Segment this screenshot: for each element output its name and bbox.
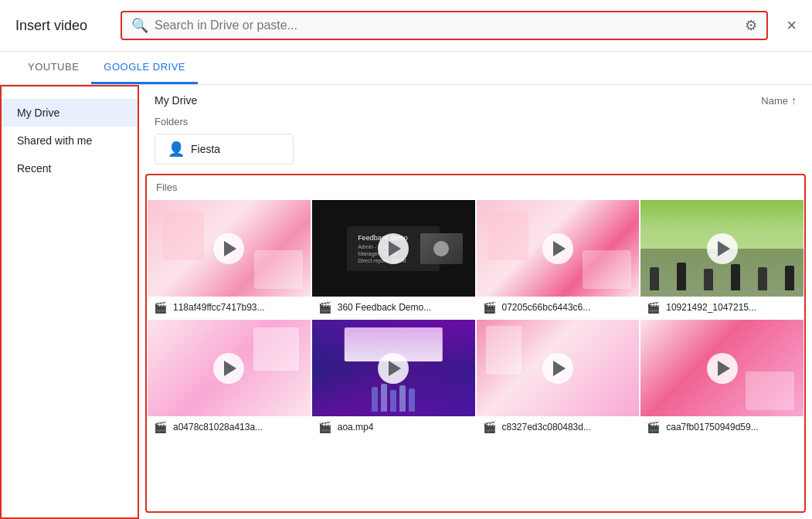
- play-arrow-icon: [224, 361, 236, 376]
- play-arrow-icon: [718, 241, 730, 256]
- file-card[interactable]: 🎬 caa7fb01750949d59...: [640, 319, 804, 439]
- tab-bar: YOUTUBE GOOGLE DRIVE: [0, 52, 812, 85]
- folder-icon: 👤: [168, 141, 185, 158]
- video-file-icon: 🎬: [647, 421, 660, 433]
- insert-video-dialog: Insert video 🔍 ⚙ × YOUTUBE GOOGLE DRIVE …: [0, 0, 812, 519]
- file-info: 🎬 caa7fb01750949d59...: [640, 416, 804, 438]
- file-name: caa7fb01750949d59...: [666, 422, 797, 432]
- sort-arrow-icon: ↑: [791, 94, 797, 107]
- breadcrumb: My Drive: [155, 94, 197, 107]
- dialog-body: My Drive Shared with me Recent My Drive …: [0, 85, 812, 519]
- play-button[interactable]: [542, 353, 573, 384]
- video-file-icon: 🎬: [647, 301, 660, 314]
- thumbnail: [148, 200, 311, 297]
- video-file-icon: 🎬: [483, 301, 496, 314]
- file-info: 🎬 c8327ed3c080483d...: [477, 416, 640, 438]
- file-info: 🎬 10921492_1047215...: [640, 297, 804, 318]
- search-icon: 🔍: [131, 17, 148, 34]
- file-name: 118af49ffcc7417b93...: [173, 302, 304, 313]
- sidebar-item-recent[interactable]: Recent: [2, 154, 138, 182]
- file-card[interactable]: 🎬 118af49ffcc7417b93...: [147, 199, 311, 319]
- play-button[interactable]: [707, 233, 738, 264]
- files-section: Files: [145, 174, 806, 513]
- file-name: 360 Feedback Demo...: [338, 302, 469, 313]
- play-button[interactable]: [378, 233, 409, 264]
- play-button[interactable]: [542, 233, 573, 264]
- play-button[interactable]: [213, 233, 244, 264]
- play-arrow-icon: [553, 241, 566, 256]
- thumbnail: [640, 320, 804, 416]
- file-info: 🎬 360 Feedback Demo...: [312, 297, 475, 318]
- play-arrow-icon: [389, 361, 401, 376]
- video-file-icon: 🎬: [318, 301, 331, 314]
- video-file-icon: 🎬: [154, 301, 167, 314]
- search-input[interactable]: [155, 19, 739, 32]
- file-info: 🎬 118af49ffcc7417b93...: [148, 297, 311, 318]
- video-file-icon: 🎬: [483, 421, 496, 433]
- file-name: c8327ed3c080483d...: [502, 422, 634, 432]
- sidebar-item-my-drive[interactable]: My Drive: [2, 99, 138, 127]
- thumbnail: [477, 320, 640, 416]
- sidebar: My Drive Shared with me Recent: [0, 85, 139, 519]
- file-name: 07205c66bc6443c6...: [502, 302, 634, 313]
- close-button[interactable]: ×: [787, 15, 797, 36]
- folders-row: 👤 Fiesta: [139, 134, 812, 174]
- file-card[interactable]: 🎬 aoa.mp4: [311, 319, 476, 439]
- video-file-icon: 🎬: [318, 421, 331, 433]
- filter-icon[interactable]: ⚙: [745, 17, 757, 34]
- file-card[interactable]: 🎬 c8327ed3c080483d...: [476, 319, 640, 439]
- name-sort-label: Name: [761, 95, 788, 107]
- play-button[interactable]: [213, 353, 244, 384]
- file-name: a0478c81028a413a...: [173, 422, 304, 432]
- file-info: 🎬 a0478c81028a413a...: [148, 416, 311, 438]
- play-button[interactable]: [707, 353, 738, 384]
- tab-youtube[interactable]: YOUTUBE: [15, 52, 91, 84]
- play-arrow-icon: [389, 241, 401, 256]
- play-arrow-icon: [553, 361, 566, 376]
- files-grid: 🎬 118af49ffcc7417b93... Feedback demo Ad…: [147, 199, 804, 439]
- file-card[interactable]: 🎬 07205c66bc6443c6...: [476, 199, 640, 319]
- thumbnail: [640, 200, 804, 297]
- thumbnail: [312, 320, 475, 416]
- breadcrumb-row: My Drive Name ↑: [139, 85, 812, 113]
- file-name: aoa.mp4: [338, 422, 469, 432]
- thumbnail: Feedback demo Admin - Ruko Manager - Luc…: [312, 200, 475, 297]
- file-info: 🎬 07205c66bc6443c6...: [477, 297, 640, 318]
- tab-google-drive[interactable]: GOOGLE DRIVE: [91, 52, 198, 84]
- file-card[interactable]: 🎬 10921492_1047215...: [640, 199, 804, 319]
- files-label: Files: [147, 175, 804, 199]
- video-file-icon: 🎬: [154, 421, 167, 433]
- folder-item[interactable]: 👤 Fiesta: [155, 134, 294, 165]
- sidebar-item-shared-with-me[interactable]: Shared with me: [2, 127, 138, 154]
- folders-label: Folders: [139, 113, 812, 134]
- dialog-title: Insert video: [15, 18, 108, 34]
- search-bar[interactable]: 🔍 ⚙: [121, 11, 768, 40]
- thumbnail: [477, 200, 640, 297]
- name-sort[interactable]: Name ↑: [761, 94, 797, 107]
- main-content: My Drive Name ↑ Folders 👤 Fiesta Files: [139, 85, 812, 519]
- play-arrow-icon: [224, 241, 236, 256]
- dialog-header: Insert video 🔍 ⚙ ×: [0, 0, 812, 52]
- file-info: 🎬 aoa.mp4: [312, 416, 475, 438]
- thumbnail: [148, 320, 311, 416]
- play-arrow-icon: [718, 361, 730, 376]
- play-button[interactable]: [378, 353, 409, 384]
- folder-name: Fiesta: [191, 143, 220, 155]
- file-card[interactable]: 🎬 a0478c81028a413a...: [147, 319, 311, 439]
- file-name: 10921492_1047215...: [666, 302, 797, 313]
- file-card[interactable]: Feedback demo Admin - Ruko Manager - Luc…: [311, 199, 476, 319]
